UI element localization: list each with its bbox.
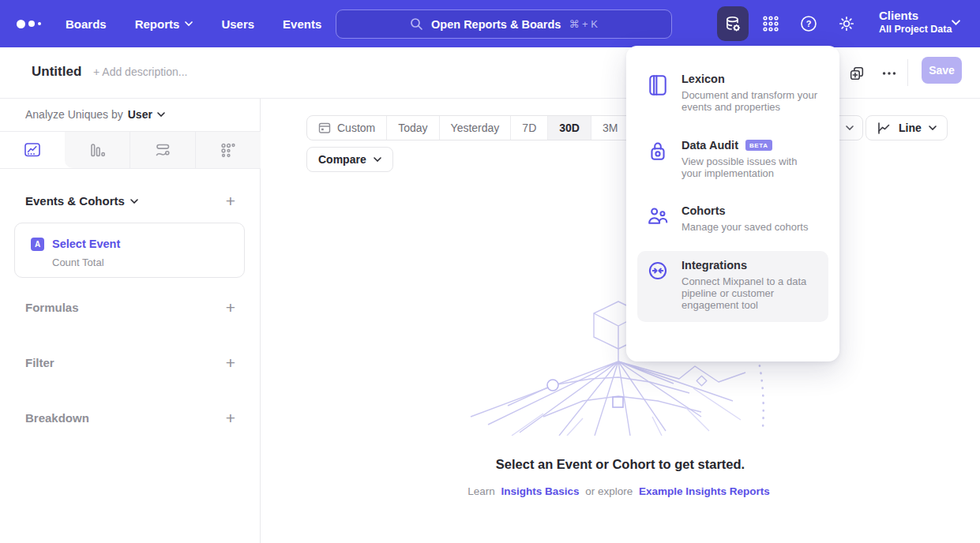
account-title: Clients [879, 9, 952, 22]
tab-flow[interactable] [130, 132, 195, 168]
chevron-down-icon [929, 125, 937, 130]
tab-bar-chart[interactable] [65, 132, 130, 168]
chevron-down-icon [130, 199, 138, 204]
more-icon [880, 65, 898, 82]
analyze-prefix-label: Analyze Uniques by [25, 108, 123, 121]
range-3m[interactable]: 3M [591, 116, 629, 140]
duplicate-icon [848, 65, 865, 82]
menu-item-integrations[interactable]: Integrations Connect Mixpanel to a data … [637, 251, 828, 322]
beta-badge: BETA [745, 140, 772, 151]
apps-grid-button[interactable] [760, 13, 782, 35]
add-event-button[interactable]: + [226, 193, 235, 209]
data-management-menu: Lexicon Document and transform your even… [626, 46, 839, 361]
learn-prefix: Learn [467, 485, 495, 497]
lexicon-book-icon [648, 74, 668, 96]
global-search-input[interactable]: Open Reports & Boards ⌘ + K [336, 9, 672, 39]
menu-item-data-audit[interactable]: Data AuditBETA View possible issues with… [637, 131, 828, 190]
count-total-selector[interactable]: Count Total [52, 257, 104, 268]
menu-item-description: Manage your saved cohorts [681, 221, 808, 233]
help-icon: ? [799, 14, 818, 33]
more-options-button[interactable] [879, 63, 899, 84]
settings-gear-icon [837, 14, 856, 33]
empty-state-title: Select an Event or Cohort to get started… [261, 457, 980, 472]
nav-users[interactable]: Users [221, 17, 254, 31]
cohorts-people-icon [648, 206, 668, 227]
example-reports-link[interactable]: Example Insights Reports [639, 485, 770, 497]
menu-item-description: Document and transform your events and p… [681, 89, 819, 114]
save-button[interactable]: Save [922, 57, 962, 84]
nav-events[interactable]: Events [283, 17, 321, 31]
mixpanel-insights-app: Boards Reports Users Events Open Reports… [0, 0, 980, 543]
insights-basics-link[interactable]: Insights Basics [501, 485, 579, 497]
apps-grid-icon [761, 14, 780, 33]
integrations-sync-icon [648, 260, 668, 281]
formulas-section: Formulas + [25, 299, 235, 316]
chevron-down-icon [952, 20, 960, 25]
data-management-icon [723, 14, 742, 33]
metrics-grid-tab-icon [220, 142, 237, 159]
add-filter-button[interactable]: + [226, 354, 235, 371]
chart-type-button[interactable]: Line [865, 115, 948, 140]
menu-item-title: Data Audit [681, 139, 738, 152]
breakdown-section: Breakdown + [25, 410, 235, 426]
filter-header: Filter [25, 356, 54, 369]
top-navbar: Boards Reports Users Events Open Reports… [0, 0, 980, 47]
divider [907, 59, 908, 86]
project-switcher[interactable]: Clients All Project Data [879, 9, 952, 35]
chart-type-tabs [0, 131, 261, 169]
chevron-down-icon [846, 125, 854, 130]
chevron-down-icon [157, 112, 165, 117]
search-shortcut: ⌘ + K [569, 18, 598, 30]
nav-reports[interactable]: Reports [135, 17, 193, 31]
duplicate-button[interactable] [847, 63, 867, 84]
filter-section: Filter + [25, 354, 235, 371]
tab-metrics-grid[interactable] [195, 132, 261, 168]
tab-line-chart[interactable] [0, 132, 65, 168]
menu-item-title: Integrations [681, 259, 747, 272]
add-formula-button[interactable]: + [226, 299, 235, 316]
range-today[interactable]: Today [387, 116, 439, 140]
analyze-value: User [128, 108, 152, 121]
report-title[interactable]: Untitled [32, 64, 81, 80]
events-cohorts-header[interactable]: Events & Cohorts [25, 194, 138, 208]
range-overflow-button[interactable] [837, 116, 862, 140]
primary-nav: Boards Reports Users Events [66, 0, 321, 47]
menu-item-cohorts[interactable]: Cohorts Manage your saved cohorts [637, 197, 828, 243]
empty-state: Select an Event or Cohort to get started… [261, 457, 980, 497]
menu-item-title: Lexicon [681, 73, 725, 85]
account-subtitle: All Project Data [879, 24, 952, 35]
mixpanel-logo-icon[interactable] [17, 17, 54, 30]
search-icon [410, 17, 423, 31]
analyze-uniques-selector[interactable]: Analyze Uniques by User [25, 108, 165, 121]
help-button[interactable]: ? [798, 13, 820, 35]
flow-tab-icon [154, 142, 171, 159]
report-canvas: Custom Today Yesterday 7D 30D 3M 6M Comp… [261, 99, 980, 543]
search-placeholder: Open Reports & Boards [431, 18, 561, 31]
range-7d[interactable]: 7D [511, 116, 548, 140]
select-event-label[interactable]: Select Event [52, 238, 120, 250]
menu-item-description: View possible issues with your implement… [681, 155, 819, 180]
menu-item-description: Connect Mixpanel to a data pipeline or c… [681, 275, 819, 312]
nav-boards[interactable]: Boards [66, 17, 107, 31]
settings-button[interactable] [835, 13, 858, 35]
chevron-down-icon [185, 21, 193, 26]
report-description-field[interactable]: + Add description... [93, 66, 187, 78]
data-management-button[interactable] [717, 6, 749, 41]
range-yesterday[interactable]: Yesterday [440, 116, 512, 140]
data-audit-icon [648, 140, 668, 163]
chevron-down-icon [374, 157, 381, 162]
menu-item-lexicon[interactable]: Lexicon Document and transform your even… [637, 65, 828, 124]
events-cohorts-section: Events & Cohorts + [25, 193, 235, 209]
bar-chart-tab-icon [88, 142, 106, 159]
menu-item-title: Cohorts [681, 204, 726, 217]
range-custom[interactable]: Custom [307, 116, 387, 140]
range-30d-selected[interactable]: 30D [548, 116, 591, 140]
line-chart-tab-icon [24, 142, 41, 159]
query-builder-sidebar: Analyze Uniques by User [0, 99, 261, 543]
breakdown-header: Breakdown [25, 411, 89, 425]
add-breakdown-button[interactable]: + [226, 410, 235, 426]
event-card[interactable]: A Select Event Count Total [14, 223, 245, 278]
line-chart-icon [877, 122, 892, 135]
compare-button[interactable]: Compare [306, 147, 393, 172]
formulas-header: Formulas [25, 301, 79, 314]
